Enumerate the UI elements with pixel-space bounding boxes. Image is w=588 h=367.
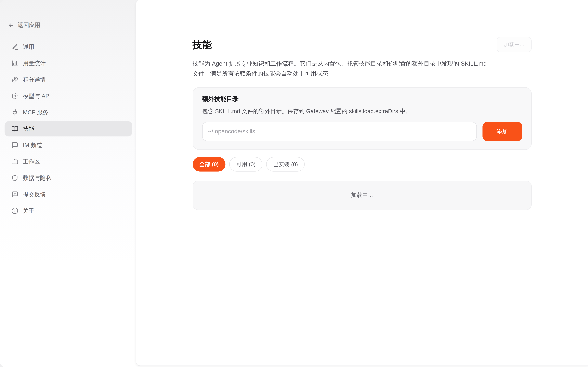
bar-chart-icon — [11, 60, 18, 67]
sidebar-nav: 通用 用量统计 积分详情 模型与 API MCP 服务 技能 — [5, 39, 132, 218]
plug-icon — [11, 109, 18, 116]
sidebar-item-label: 关于 — [23, 207, 34, 214]
sidebar-item-data-privacy[interactable]: 数据与隐私 — [5, 170, 132, 186]
sidebar-item-workspace[interactable]: 工作区 — [5, 154, 132, 169]
add-button[interactable]: 添加 — [482, 122, 522, 141]
filter-all[interactable]: 全部 (0) — [193, 157, 226, 171]
sidebar-item-label: MCP 服务 — [23, 109, 48, 116]
page-title: 技能 — [193, 38, 212, 51]
arrow-left-icon — [8, 23, 14, 28]
book-open-icon — [11, 125, 18, 132]
card-title: 额外技能目录 — [202, 95, 522, 103]
sidebar-item-label: 模型与 API — [23, 92, 51, 100]
sidebar-item-label: 工作区 — [23, 158, 40, 165]
sidebar-item-im-channels[interactable]: IM 频道 — [5, 138, 132, 153]
loading-text: 加载中... — [351, 192, 373, 199]
sidebar-item-label: 通用 — [23, 43, 34, 50]
folder-icon — [11, 158, 18, 165]
sidebar-item-models-api[interactable]: 模型与 API — [5, 88, 132, 104]
sidebar-item-credits[interactable]: 积分详情 — [5, 72, 132, 87]
page-description: 技能为 Agent 扩展专业知识和工作流程。它们是从内置包、托管技能目录和你配置… — [193, 59, 489, 78]
sidebar-item-usage-stats[interactable]: 用量统计 — [5, 56, 132, 71]
sidebar-item-label: 积分详情 — [23, 76, 46, 83]
message-square-icon — [11, 142, 18, 149]
sidebar-item-skills[interactable]: 技能 — [5, 121, 132, 136]
header-loading-badge: 加载中... — [497, 37, 532, 52]
sidebar-item-label: 用量统计 — [23, 60, 46, 67]
pen-icon — [11, 43, 18, 50]
sidebar-item-label: 技能 — [23, 125, 34, 132]
sidebar-item-mcp-services[interactable]: MCP 服务 — [5, 105, 132, 120]
sidebar-item-label: 提交反馈 — [23, 191, 46, 198]
skill-filters: 全部 (0) 可用 (0) 已安装 (0) — [193, 157, 531, 171]
skill-dir-input[interactable] — [202, 122, 477, 141]
coins-icon — [11, 76, 18, 83]
main-panel: 技能 加载中... 技能为 Agent 扩展专业知识和工作流程。它们是从内置包、… — [136, 0, 588, 366]
back-to-app-link[interactable]: 返回应用 — [8, 22, 40, 29]
page-header: 技能 加载中... — [193, 37, 531, 52]
extra-dirs-card: 额外技能目录 包含 SKILL.md 文件的额外目录。保存到 Gateway 配… — [193, 87, 531, 150]
filter-available[interactable]: 可用 (0) — [229, 157, 262, 171]
cpu-icon — [11, 93, 18, 100]
settings-sidebar: 返回应用 通用 用量统计 积分详情 模型与 API MCP 服务 — [0, 0, 136, 367]
app-window: 返回应用 通用 用量统计 积分详情 模型与 API MCP 服务 — [0, 0, 588, 367]
sidebar-item-about[interactable]: 关于 — [5, 203, 132, 218]
back-to-app-label: 返回应用 — [17, 22, 40, 29]
sidebar-item-feedback[interactable]: 提交反馈 — [5, 187, 132, 202]
skills-page: 技能 加载中... 技能为 Agent 扩展专业知识和工作流程。它们是从内置包、… — [193, 0, 531, 210]
message-square-plus-icon — [11, 191, 18, 198]
card-description: 包含 SKILL.md 文件的额外目录。保存到 Gateway 配置的 skil… — [202, 108, 522, 115]
filter-installed[interactable]: 已安装 (0) — [266, 157, 305, 171]
skills-list-loading-panel: 加载中... — [193, 181, 531, 210]
dir-input-row: 添加 — [202, 122, 522, 141]
shield-icon — [11, 175, 18, 182]
sidebar-item-general[interactable]: 通用 — [5, 39, 132, 55]
info-icon — [11, 207, 18, 214]
sidebar-item-label: 数据与隐私 — [23, 174, 51, 182]
sidebar-item-label: IM 频道 — [23, 142, 42, 149]
